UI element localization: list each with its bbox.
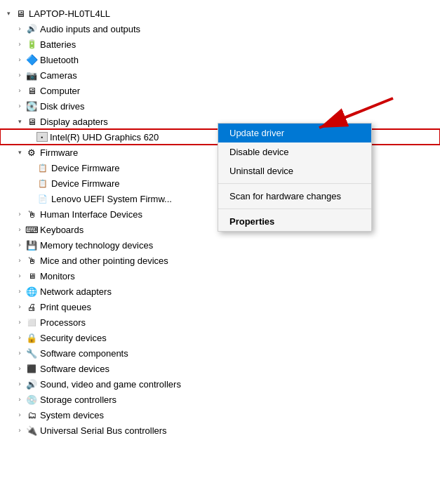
- security-expander[interactable]: ›: [14, 332, 25, 343]
- bluetooth-expander[interactable]: ›: [14, 54, 25, 65]
- print-icon: 🖨: [25, 301, 38, 312]
- display-icon: 🖥: [25, 116, 38, 127]
- softwaredev-icon: ⬛: [25, 363, 38, 374]
- security-icon: 🔒: [25, 332, 38, 343]
- tree-item-systemdev[interactable]: › 🗂 System devices: [0, 407, 440, 423]
- devfw2-label: Device Firmware: [51, 178, 120, 189]
- monitors-label: Monitors: [40, 271, 75, 281]
- root-expander[interactable]: ▾: [3, 8, 14, 19]
- systemdev-icon: 🗂: [25, 409, 38, 420]
- sound-expander[interactable]: ›: [14, 378, 25, 390]
- firmware-icon: ⚙: [25, 147, 38, 158]
- ctx-divider2: [218, 208, 371, 209]
- audio-icon: [25, 23, 38, 34]
- softwarecomp-label: Software components: [40, 348, 128, 359]
- tree-item-network[interactable]: › 🌐 Network adapters: [0, 284, 440, 299]
- monitors-expander[interactable]: ›: [14, 270, 25, 281]
- keyboards-label: Keyboards: [40, 225, 84, 235]
- devfw1-icon: 📋: [36, 162, 49, 173]
- devfw2-icon: 📋: [36, 178, 49, 189]
- keyboards-expander[interactable]: ›: [14, 224, 25, 235]
- processor-icon: ⬜: [25, 317, 38, 328]
- disk-expander[interactable]: ›: [14, 100, 25, 112]
- storage-icon: 💿: [25, 394, 38, 405]
- devfw1-label: Device Firmware: [51, 163, 120, 173]
- firmware-expander[interactable]: ▾: [14, 147, 25, 158]
- tree-item-processors[interactable]: › ⬜ Processors: [0, 314, 440, 330]
- bluetooth-icon: 🔷: [25, 54, 38, 65]
- print-label: Print queues: [40, 302, 91, 312]
- ctx-divider1: [218, 183, 371, 184]
- computer-icon2: 🖥: [25, 85, 38, 96]
- tree-item-disk[interactable]: › 💽 Disk drives: [0, 98, 440, 114]
- devfw1-expander: [25, 162, 36, 173]
- usb-icon: 🔌: [25, 425, 38, 436]
- keyboard-icon: ⌨: [25, 224, 38, 235]
- context-menu: Update driver Disable device Uninstall d…: [218, 123, 372, 232]
- tree-item-security[interactable]: › 🔒 Security devices: [0, 330, 440, 345]
- tree-item-monitors[interactable]: › 🖥 Monitors: [0, 268, 440, 284]
- mice-icon: 🖱: [25, 255, 38, 266]
- disk-label: Disk drives: [40, 101, 85, 112]
- mice-expander[interactable]: ›: [14, 255, 25, 266]
- computer-expander[interactable]: ›: [14, 85, 25, 96]
- tree-item-usb[interactable]: › 🔌 Universal Serial Bus controllers: [0, 423, 440, 438]
- tree-item-cameras[interactable]: › 📷 Cameras: [0, 67, 440, 83]
- sound-icon: 🔊: [25, 378, 38, 390]
- ctx-scan[interactable]: Scan for hardware changes: [218, 187, 371, 206]
- intel-label: Intel(R) UHD Graphics 620: [50, 132, 159, 142]
- tree-item-softwaredev[interactable]: › ⬛ Software devices: [0, 361, 440, 376]
- bluetooth-label: Bluetooth: [40, 55, 79, 65]
- device-manager-window: ▾ 🖥 LAPTOP-HL0TL4LL › Audio inputs and o…: [0, 0, 440, 504]
- storage-expander[interactable]: ›: [14, 394, 25, 405]
- tree-item-bluetooth[interactable]: › 🔷 Bluetooth: [0, 52, 440, 67]
- intel-expander: [25, 131, 36, 142]
- systemdev-expander[interactable]: ›: [14, 409, 25, 420]
- memory-icon: 💾: [25, 239, 38, 251]
- tree-item-sound[interactable]: › 🔊 Sound, video and game controllers: [0, 376, 440, 392]
- usb-expander[interactable]: ›: [14, 425, 25, 436]
- tree-item-storage[interactable]: › 💿 Storage controllers: [0, 392, 440, 407]
- computer-label: Computer: [40, 86, 80, 96]
- memory-expander[interactable]: ›: [14, 239, 25, 251]
- softwarecomp-icon: 🔧: [25, 347, 38, 359]
- ctx-disable-device[interactable]: Disable device: [218, 142, 371, 161]
- display-expander[interactable]: ▾: [14, 116, 25, 127]
- processors-label: Processors: [40, 317, 86, 328]
- cameras-expander[interactable]: ›: [14, 69, 25, 81]
- camera-icon: 📷: [25, 69, 38, 81]
- hid-expander[interactable]: ›: [14, 208, 25, 220]
- softwaredev-label: Software devices: [40, 364, 109, 374]
- tree-item-memory[interactable]: › 💾 Memory technology devices: [0, 237, 440, 253]
- disk-icon: 💽: [25, 100, 38, 112]
- softwaredev-expander[interactable]: ›: [14, 363, 25, 374]
- tree-item-audio[interactable]: › Audio inputs and outputs: [0, 21, 440, 37]
- security-label: Security devices: [40, 333, 107, 343]
- tree-root[interactable]: ▾ 🖥 LAPTOP-HL0TL4LL: [0, 6, 440, 21]
- tree-item-batteries[interactable]: › Batteries: [0, 37, 440, 52]
- storage-label: Storage controllers: [40, 394, 116, 405]
- uefi-icon: 📄: [36, 193, 49, 204]
- tree-item-mice[interactable]: › 🖱 Mice and other pointing devices: [0, 253, 440, 268]
- ctx-update-driver[interactable]: Update driver: [218, 124, 371, 142]
- monitors-icon: 🖥: [25, 270, 38, 281]
- tree-item-computer[interactable]: › 🖥 Computer: [0, 83, 440, 98]
- sound-label: Sound, video and game controllers: [40, 379, 181, 390]
- softwarecomp-expander[interactable]: ›: [14, 347, 25, 359]
- display-label: Display adapters: [40, 117, 108, 127]
- computer-icon: 🖥: [14, 8, 27, 19]
- mice-label: Mice and other pointing devices: [40, 256, 168, 266]
- audio-expander[interactable]: ›: [14, 23, 25, 34]
- uefi-label: Lenovo UEFI System Firmw...: [51, 194, 172, 204]
- tree-item-softwarecomp[interactable]: › 🔧 Software components: [0, 345, 440, 361]
- processors-expander[interactable]: ›: [14, 317, 25, 328]
- ctx-uninstall-device[interactable]: Uninstall device: [218, 161, 371, 180]
- batteries-label: Batteries: [40, 39, 76, 50]
- print-expander[interactable]: ›: [14, 301, 25, 312]
- ctx-properties[interactable]: Properties: [218, 212, 371, 231]
- network-expander[interactable]: ›: [14, 286, 25, 297]
- tree-item-print[interactable]: › 🖨 Print queues: [0, 299, 440, 314]
- usb-label: Universal Serial Bus controllers: [40, 425, 167, 436]
- batteries-expander[interactable]: ›: [14, 39, 25, 50]
- audio-label: Audio inputs and outputs: [40, 24, 140, 34]
